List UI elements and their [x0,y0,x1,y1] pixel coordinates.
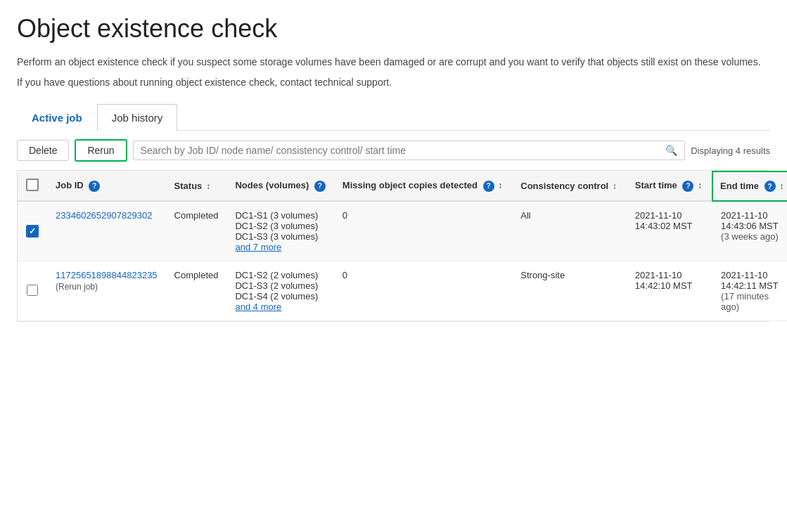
th-nodes: Nodes (volumes) ? [226,171,333,201]
nodes-more-link[interactable]: and 4 more [235,301,281,312]
th-consistency-label: Consistency control [520,181,608,191]
table-header-row: Job ID ? Status ↕ Nodes (volumes) ? Miss… [18,171,787,201]
node-entry: DC1-S3 (3 volumes) [235,231,325,242]
row-status-cell: Completed [166,201,227,261]
th-missing-label: Missing object copies detected [343,180,478,190]
row-end-time-cell: 2021-11-10 14:42:11 MST(17 minutes ago) [712,261,787,321]
row-consistency-cell: All [512,201,627,261]
page-description-1: Perform an object existence check if you… [17,55,762,70]
tab-bar: Active job Job history [17,104,770,131]
rerun-label: (Rerun job) [56,282,158,292]
job-id-link[interactable]: 2334602652907829302 [56,210,152,221]
node-entry: DC1-S4 (2 volumes) [235,291,325,301]
job-id-help-icon[interactable]: ? [89,181,100,192]
row-end-time-cell: 2021-11-10 14:43:06 MST(3 weeks ago) [712,201,787,261]
consistency-sort-button[interactable]: ↕ [611,181,618,191]
row-missing-cell: 0 [334,201,512,261]
row-checkbox[interactable] [27,285,38,296]
delete-button[interactable]: Delete [17,140,69,161]
end-time-value: 2021-11-10 14:43:06 MST [721,210,784,231]
status-sort-button[interactable]: ↕ [205,181,212,191]
th-status: Status ↕ [166,171,227,201]
row-checkbox[interactable] [26,225,39,238]
results-count: Displaying 4 results [691,145,770,156]
th-job-id: Job ID ? [47,171,166,201]
node-entry: DC1-S2 (2 volumes) [235,270,325,280]
page-title: Object existence check [17,14,770,44]
search-input[interactable] [141,145,666,156]
row-start-time-cell: 2021-11-10 14:43:02 MST [627,201,712,261]
end-time-help-icon[interactable]: ? [764,181,776,192]
table-row: 11725651898844823235(Rerun job)Completed… [18,261,787,321]
th-consistency: Consistency control ↕ [512,171,627,201]
start-time-help-icon[interactable]: ? [682,181,693,192]
search-container: 🔍 [133,141,686,160]
th-job-id-label: Job ID [56,180,84,190]
th-end-time: End time ? ↕ [712,171,787,201]
th-end-time-label: End time [720,181,759,191]
row-nodes-cell: DC1-S2 (2 volumes)DC1-S3 (2 volumes)DC1-… [226,261,333,321]
tab-job-history[interactable]: Job history [97,104,178,131]
rerun-button[interactable]: Rerun [75,139,127,162]
row-checkbox-cell [18,261,47,321]
end-time-ago: (17 minutes ago) [721,291,784,312]
row-status-cell: Completed [166,261,227,321]
row-consistency-cell: Strong-site [512,261,627,321]
row-start-time-cell: 2021-11-10 14:42:10 MST [627,261,712,321]
th-start-time-label: Start time [635,180,677,190]
row-missing-cell: 0 [334,261,512,321]
jobs-table: Job ID ? Status ↕ Nodes (volumes) ? Miss… [18,171,787,321]
job-id-link[interactable]: 11725651898844823235 [56,270,158,280]
table-row: 2334602652907829302CompletedDC1-S1 (3 vo… [18,201,787,261]
end-time-sort-button[interactable]: ↕ [778,181,785,191]
node-entry: DC1-S2 (3 volumes) [235,221,325,231]
end-time-ago: (3 weeks ago) [721,231,784,242]
start-time-sort-button[interactable]: ↕ [696,181,703,190]
nodes-more-link[interactable]: and 7 more [235,242,281,252]
row-nodes-cell: DC1-S1 (3 volumes)DC1-S2 (3 volumes)DC1-… [226,201,333,261]
select-all-checkbox-cell [18,171,47,201]
th-start-time: Start time ? ↕ [627,171,712,201]
toolbar: Delete Rerun 🔍 Displaying 4 results [17,131,770,170]
row-job-id-cell: 2334602652907829302 [47,201,166,261]
node-entry: DC1-S3 (2 volumes) [235,280,325,291]
end-time-value: 2021-11-10 14:42:11 MST [721,270,784,291]
th-nodes-label: Nodes (volumes) [235,180,309,190]
row-checkbox-cell [18,201,47,261]
missing-sort-button[interactable]: ↕ [497,181,504,190]
table-wrapper: Job ID ? Status ↕ Nodes (volumes) ? Miss… [17,170,770,322]
node-entry: DC1-S1 (3 volumes) [235,210,325,221]
nodes-help-icon[interactable]: ? [314,181,326,192]
tab-active-job[interactable]: Active job [17,104,97,131]
row-job-id-cell: 11725651898844823235(Rerun job) [47,261,166,321]
search-icon: 🔍 [665,145,677,156]
th-status-label: Status [174,181,203,191]
missing-help-icon[interactable]: ? [483,181,494,192]
th-missing: Missing object copies detected ? ↕ [334,171,512,201]
select-all-checkbox[interactable] [26,179,39,191]
page-description-2: If you have questions about running obje… [17,75,762,90]
